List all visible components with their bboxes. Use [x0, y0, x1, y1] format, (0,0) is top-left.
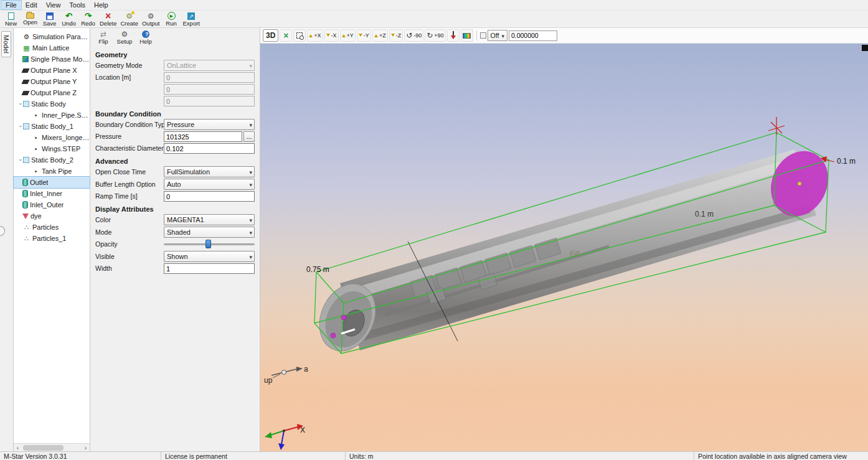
geometry-section-header: Geometry: [95, 51, 255, 59]
characteristic-diameter-input[interactable]: [164, 143, 255, 154]
model-tree-panel: Simulation ParametersMain LatticeSingle …: [14, 28, 90, 451]
tree-item[interactable]: Main Lattice: [14, 42, 90, 54]
view-3d-button[interactable]: 3D: [263, 29, 278, 42]
setup-button[interactable]: Setup: [115, 29, 134, 45]
bullet-icon: [32, 112, 40, 119]
flip-button[interactable]: Flip: [94, 29, 113, 45]
rotate-ccw-button[interactable]: -90: [404, 29, 423, 42]
axis-view-button-plusminus-y[interactable]: +Y: [340, 29, 356, 42]
pressure-input[interactable]: [164, 131, 242, 142]
overlay-mode-select[interactable]: Off: [488, 30, 507, 41]
width-input[interactable]: [164, 263, 255, 274]
inlet-inner-point[interactable]: [341, 315, 346, 320]
chevron-expanded-icon[interactable]: [17, 101, 23, 107]
zoom-box-button[interactable]: [293, 29, 306, 42]
dimension-label-left: 0.75 m: [306, 265, 329, 274]
chevron-expanded-icon[interactable]: [17, 123, 23, 129]
align-camera-button[interactable]: [447, 29, 460, 42]
lattice-icon: [22, 44, 31, 52]
open-close-time-select[interactable]: FullSimulation: [164, 166, 255, 177]
tree-item[interactable]: Single Phase Model: [14, 54, 90, 65]
toolbar-button-open[interactable]: Open: [21, 11, 40, 27]
axis-button-label: -Y: [364, 32, 369, 39]
tree-item[interactable]: Output Plane X: [14, 65, 90, 76]
axis-view-button-minus-x[interactable]: -X: [324, 29, 339, 42]
characteristic-diameter-label: Characteristic Diameter [m]: [95, 143, 164, 154]
overlay-mode-value: Off: [491, 32, 499, 39]
tree-item[interactable]: Output Plane Z: [14, 87, 90, 98]
tree-item-label: Single Phase Model: [31, 55, 90, 63]
tree-item[interactable]: Static Body: [14, 98, 90, 110]
axis-view-button-minus-y[interactable]: -Y: [357, 29, 371, 42]
colorbar-button[interactable]: [461, 29, 473, 42]
location-z-input: [164, 96, 255, 106]
scrollbar-thumb[interactable]: [23, 445, 64, 451]
toolbar-button-undo[interactable]: Undo: [59, 11, 78, 27]
tree-item[interactable]: Outlet: [14, 177, 90, 188]
tree-item[interactable]: Inlet_Outer: [14, 199, 90, 210]
toolbar-button-new[interactable]: New: [1, 11, 21, 27]
toolbar-button-save[interactable]: Save: [40, 11, 59, 27]
toolbar-button-export[interactable]: Export: [181, 11, 202, 27]
help-button[interactable]: Help: [136, 29, 155, 45]
bullet-icon: [32, 146, 40, 153]
tree-item-label: Inner_Pipe.STEP_1: [42, 111, 90, 119]
fit-view-button[interactable]: [280, 29, 292, 42]
tree-item[interactable]: Static Body_2: [14, 154, 90, 166]
ramp-time-input[interactable]: [164, 191, 255, 202]
tree-item[interactable]: Static Body_1: [14, 121, 90, 132]
panel-collapse-handle[interactable]: [0, 226, 5, 236]
scrollbar-track[interactable]: [22, 444, 82, 452]
plane-icon: [21, 68, 29, 73]
tree-item[interactable]: Inner_Pipe.STEP_1: [14, 110, 90, 121]
toolbar-button-output[interactable]: Output: [140, 11, 162, 27]
point-value-input[interactable]: [509, 31, 557, 41]
menu-item-file[interactable]: File: [1, 1, 21, 9]
tree-item[interactable]: Output Plane Y: [14, 76, 90, 87]
menu-item-view[interactable]: View: [42, 1, 65, 9]
axis-view-button-plusminus-z[interactable]: +Z: [372, 29, 388, 42]
tree-item[interactable]: Tank Pipe: [14, 166, 90, 177]
menu-item-help[interactable]: Help: [90, 1, 113, 9]
pressure-browse-button[interactable]: ...: [243, 131, 255, 142]
scene-canvas[interactable]: 0.1 m 0.1 m 0.75 m Fill a: [260, 44, 868, 451]
color-select[interactable]: MAGENTA1: [164, 214, 255, 225]
scroll-right-arrow-icon[interactable]: [82, 444, 90, 452]
tree-item[interactable]: Particles: [14, 222, 90, 233]
menu-item-edit[interactable]: Edit: [21, 1, 42, 9]
menu-item-tools[interactable]: Tools: [65, 1, 90, 9]
chevron-down-icon: [249, 62, 252, 69]
tree-horizontal-scrollbar[interactable]: [14, 443, 90, 451]
tree-item[interactable]: Wings.STEP: [14, 143, 90, 154]
chevron-down-icon: [249, 121, 252, 128]
tree-item[interactable]: dye: [14, 210, 90, 222]
tree-item[interactable]: Mixers_longer.STEP: [14, 132, 90, 143]
geometry-mode-value: OnLattice: [167, 62, 196, 69]
scroll-left-arrow-icon[interactable]: [14, 444, 22, 452]
toolbar-button-run[interactable]: Run: [162, 11, 181, 27]
tree-item[interactable]: Particles_1: [14, 233, 90, 244]
opacity-slider[interactable]: [164, 240, 255, 249]
boundary-type-label: Boundary Condition Type: [95, 120, 164, 130]
mode-select[interactable]: Shaded: [164, 227, 255, 238]
boundary-type-select[interactable]: Pressure: [164, 119, 255, 130]
tree-item[interactable]: Simulation Parameters: [14, 31, 90, 42]
axis-view-button-plusminus-x[interactable]: +X: [307, 29, 323, 42]
axis-triad: X: [265, 424, 305, 450]
axis-view-button-minus-z[interactable]: -Z: [389, 29, 403, 42]
phase-model-icon: [22, 56, 29, 62]
rotate-cw-button[interactable]: +90: [425, 29, 445, 42]
tab-model-label: Model: [2, 35, 10, 54]
flip-button-label: Flip: [98, 38, 108, 45]
redo-icon: [85, 12, 92, 20]
chevron-expanded-icon[interactable]: [17, 157, 23, 163]
inlet-outer-point[interactable]: [331, 333, 336, 338]
toolbar-button-delete[interactable]: Delete: [98, 11, 118, 27]
opacity-slider-handle[interactable]: [205, 240, 211, 248]
toolbar-button-create[interactable]: Create: [118, 11, 140, 27]
buffer-length-select[interactable]: Auto: [164, 179, 255, 190]
toolbar-button-redo[interactable]: Redo: [78, 11, 98, 27]
tab-model[interactable]: Model: [1, 31, 11, 57]
tree-item[interactable]: Inlet_Inner: [14, 188, 90, 199]
visible-select[interactable]: Shown: [164, 251, 255, 262]
